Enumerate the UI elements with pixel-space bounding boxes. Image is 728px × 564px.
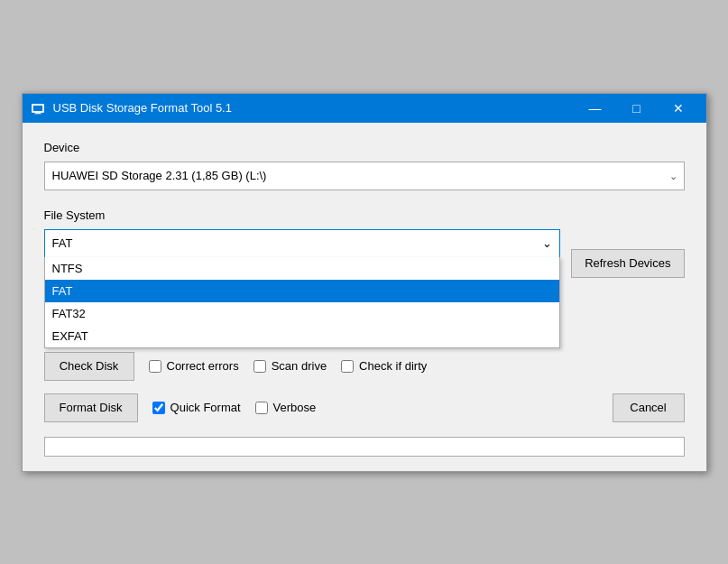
- cancel-button[interactable]: Cancel: [613, 393, 685, 422]
- minimize-button[interactable]: —: [575, 94, 616, 123]
- scan-drive-checkbox[interactable]: [253, 360, 266, 373]
- window-title: USB Disk Storage Format Tool 5.1: [53, 101, 575, 115]
- filesys-selected-value: FAT: [52, 236, 73, 250]
- filesys-label: File System: [44, 208, 685, 222]
- check-dirty-checkbox[interactable]: [341, 360, 354, 373]
- close-button[interactable]: ✕: [658, 94, 699, 123]
- svg-rect-3: [34, 113, 41, 114]
- filesys-left: FAT ⌄ NTFS FAT FAT32 EXFAT: [44, 229, 561, 352]
- filesys-dropdown-arrow-icon: ⌄: [542, 236, 552, 250]
- svg-rect-1: [33, 106, 42, 111]
- titlebar: USB Disk Storage Format Tool 5.1 — □ ✕: [23, 94, 706, 123]
- device-dropdown[interactable]: HUAWEI SD Storage 2.31 (1,85 GB) (L:\): [44, 162, 685, 190]
- device-label: Device: [44, 141, 685, 154]
- format-disk-button[interactable]: Format Disk: [44, 393, 138, 422]
- correct-errors-checkbox[interactable]: [149, 360, 161, 373]
- check-dirty-label[interactable]: Check if dirty: [341, 359, 427, 373]
- check-disk-button[interactable]: Check Disk: [44, 352, 134, 381]
- filesys-option-exfat[interactable]: EXFAT: [45, 325, 560, 347]
- quick-format-label[interactable]: Quick Format: [152, 401, 241, 414]
- filesys-row: FAT ⌄ NTFS FAT FAT32 EXFAT Refresh Devic…: [44, 229, 685, 352]
- format-disk-row: Format Disk Quick Format Verbose Cancel: [44, 393, 685, 422]
- refresh-devices-button[interactable]: Refresh Devices: [571, 249, 684, 278]
- progress-bar-container: [44, 437, 685, 457]
- device-dropdown-container: HUAWEI SD Storage 2.31 (1,85 GB) (L:\) ⌄: [44, 162, 685, 190]
- main-content: Device HUAWEI SD Storage 2.31 (1,85 GB) …: [23, 123, 706, 471]
- quick-format-checkbox[interactable]: [152, 402, 165, 414]
- filesys-option-fat[interactable]: FAT: [45, 280, 560, 302]
- app-window: USB Disk Storage Format Tool 5.1 — □ ✕ D…: [22, 93, 707, 472]
- correct-errors-label[interactable]: Correct errors: [149, 359, 239, 373]
- filesys-option-fat32[interactable]: FAT32: [45, 302, 560, 325]
- scan-drive-label[interactable]: Scan drive: [253, 359, 327, 373]
- verbose-checkbox[interactable]: [255, 402, 268, 414]
- filesys-dropdown-open: FAT ⌄ NTFS FAT FAT32 EXFAT: [44, 229, 561, 258]
- window-controls: — □ ✕: [575, 94, 699, 123]
- maximize-button[interactable]: □: [616, 94, 658, 123]
- verbose-label[interactable]: Verbose: [255, 401, 317, 414]
- check-disk-row: Check Disk Correct errors Scan drive Che…: [44, 352, 685, 381]
- filesys-option-ntfs[interactable]: NTFS: [45, 257, 560, 280]
- filesys-dropdown-list: NTFS FAT FAT32 EXFAT: [44, 257, 561, 348]
- app-icon: [30, 100, 46, 116]
- filesys-dropdown-trigger[interactable]: FAT ⌄: [44, 229, 561, 258]
